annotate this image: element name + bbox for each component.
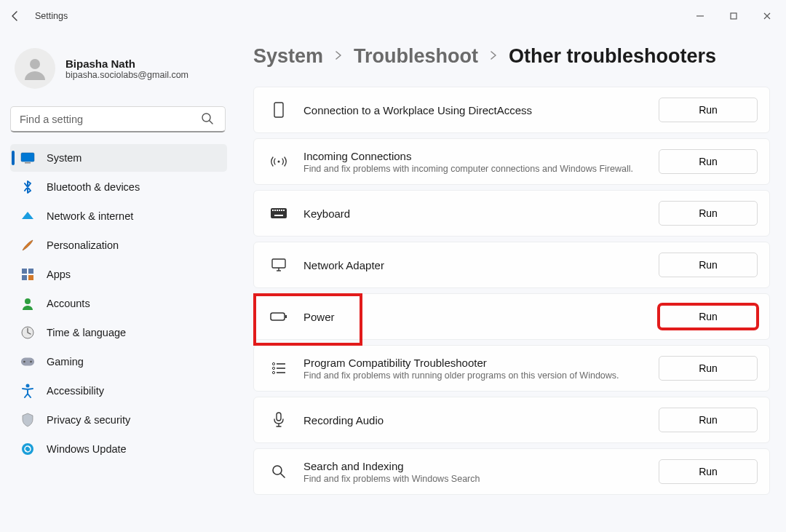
sidebar-item-time-language[interactable]: Time & language (10, 319, 227, 346)
troubleshooter-row-power: Power Run (253, 293, 770, 340)
sidebar-item-windows-update[interactable]: Windows Update (10, 435, 227, 463)
troubleshooter-row-search-indexing: Search and Indexing Find and fix problem… (253, 448, 770, 495)
svg-rect-40 (277, 413, 281, 421)
breadcrumb-system[interactable]: System (253, 45, 323, 68)
svg-rect-28 (274, 215, 283, 216)
svg-point-34 (272, 362, 274, 365)
troubleshooter-subtitle: Find and fix problems with running older… (303, 370, 659, 381)
svg-rect-8 (22, 269, 27, 274)
svg-rect-5 (21, 153, 34, 162)
search-input[interactable] (10, 106, 226, 132)
troubleshooter-row-network-adapter: Network Adapter Run (253, 242, 770, 288)
svg-rect-1 (731, 13, 737, 19)
svg-rect-25 (279, 210, 280, 211)
sidebar-item-privacy[interactable]: Privacy & security (10, 406, 227, 434)
svg-line-42 (281, 474, 285, 477)
device-icon (270, 101, 287, 119)
search-icon (201, 112, 214, 127)
svg-rect-32 (271, 313, 285, 320)
signal-icon (270, 153, 287, 170)
run-button[interactable]: Run (659, 408, 758, 432)
sidebar-item-network[interactable]: Network & internet (10, 202, 227, 230)
troubleshooter-title: Connection to a Workplace Using DirectAc… (303, 104, 659, 116)
svg-rect-23 (274, 210, 276, 211)
user-email: bipasha.sociolabs@gmail.com (66, 70, 188, 80)
troubleshooter-subtitle: Find and fix problems with Windows Searc… (303, 474, 659, 484)
troubleshooter-row-recording-audio: Recording Audio Run (253, 397, 770, 443)
sidebar-item-label: Apps (47, 269, 71, 280)
shield-icon (20, 413, 35, 427)
run-button[interactable]: Run (659, 304, 758, 329)
back-button[interactable] (9, 9, 22, 23)
titlebar: Settings (0, 0, 786, 32)
user-name: Bipasha Nath (66, 57, 188, 70)
sidebar-item-personalization[interactable]: Personalization (10, 231, 227, 259)
sidebar-item-accessibility[interactable]: Accessibility (10, 377, 227, 405)
sidebar-item-apps[interactable]: Apps (10, 261, 227, 288)
microphone-icon (270, 411, 287, 429)
svg-point-41 (273, 466, 282, 475)
run-button[interactable]: Run (659, 98, 758, 122)
sidebar-item-system[interactable]: System (10, 144, 227, 172)
sidebar-item-bluetooth[interactable]: Bluetooth & devices (10, 173, 227, 201)
battery-icon (270, 308, 287, 325)
run-button[interactable]: Run (659, 459, 758, 484)
troubleshooter-row-keyboard: Keyboard Run (253, 190, 770, 237)
svg-point-17 (26, 384, 30, 388)
sidebar-item-accounts[interactable]: Accounts (10, 290, 227, 317)
svg-rect-11 (28, 275, 33, 280)
keyboard-icon (270, 205, 287, 222)
sidebar-item-label: Windows Update (47, 443, 127, 455)
svg-point-2 (30, 59, 40, 69)
svg-rect-26 (281, 210, 282, 211)
close-button[interactable] (761, 10, 773, 22)
svg-point-36 (272, 367, 274, 369)
troubleshooter-title: Incoming Connections (303, 150, 659, 162)
chevron-right-icon (333, 50, 344, 63)
maximize-button[interactable] (728, 10, 739, 22)
run-button[interactable]: Run (659, 149, 758, 174)
sidebar-item-label: Accounts (47, 298, 90, 309)
svg-point-3 (202, 114, 210, 122)
troubleshooter-title: Keyboard (303, 207, 659, 220)
svg-point-20 (278, 161, 280, 163)
troubleshooter-title: Search and Indexing (303, 460, 659, 472)
svg-point-38 (272, 371, 274, 373)
chevron-right-icon (488, 50, 499, 63)
person-icon (20, 296, 35, 311)
svg-rect-29 (272, 259, 285, 268)
troubleshooter-title: Network Adapter (303, 259, 659, 271)
apps-icon (20, 267, 35, 282)
brush-icon (20, 238, 35, 253)
sidebar-item-label: Gaming (47, 356, 84, 368)
svg-rect-14 (21, 358, 34, 366)
troubleshooter-row-incoming: Incoming Connections Find and fix proble… (253, 138, 770, 185)
main-content: System Troubleshoot Other troubleshooter… (234, 32, 786, 532)
breadcrumb-troubleshoot[interactable]: Troubleshoot (354, 45, 478, 68)
svg-rect-7 (25, 162, 31, 164)
sidebar-item-label: Bluetooth & devices (47, 181, 140, 193)
sidebar-item-label: Network & internet (47, 210, 133, 222)
svg-point-16 (30, 361, 32, 363)
minimize-button[interactable] (694, 10, 706, 22)
run-button[interactable]: Run (659, 253, 758, 277)
svg-point-15 (23, 361, 25, 363)
app-title: Settings (35, 11, 68, 21)
svg-point-12 (25, 298, 31, 304)
sidebar-item-label: System (47, 152, 82, 164)
troubleshooter-title: Program Compatibility Troubleshooter (303, 357, 659, 369)
troubleshooter-title: Power (303, 311, 659, 323)
run-button[interactable]: Run (659, 201, 758, 226)
run-button[interactable]: Run (659, 356, 758, 381)
troubleshooter-row-directaccess: Connection to a Workplace Using DirectAc… (253, 87, 770, 133)
window-controls (694, 10, 780, 22)
sidebar-item-label: Personalization (47, 239, 119, 251)
avatar (15, 48, 55, 89)
clock-globe-icon (20, 325, 35, 340)
svg-point-18 (22, 443, 33, 455)
sidebar-item-label: Time & language (47, 327, 126, 338)
sidebar-item-gaming[interactable]: Gaming (10, 348, 227, 376)
troubleshooter-subtitle: Find and fix problems with incoming comp… (303, 164, 659, 174)
wifi-icon (20, 209, 35, 223)
user-profile[interactable]: Bipasha Nath bipasha.sociolabs@gmail.com (10, 42, 227, 102)
